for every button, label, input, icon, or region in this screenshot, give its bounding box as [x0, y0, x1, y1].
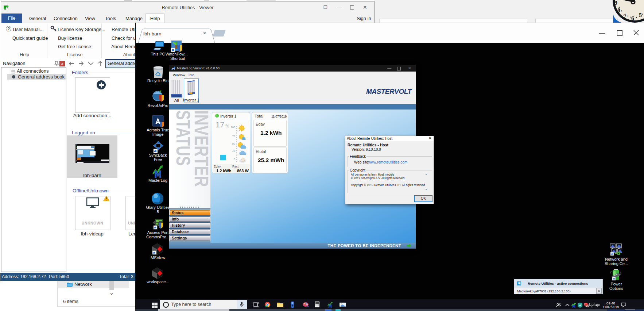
svg-text:8: 8	[617, 7, 620, 14]
svg-text:9: 9	[614, 0, 617, 6]
svg-text:INVERTER: INVERTER	[190, 110, 210, 187]
svg-text:5: 5	[639, 12, 642, 18]
svg-text:6: 6	[631, 15, 634, 22]
